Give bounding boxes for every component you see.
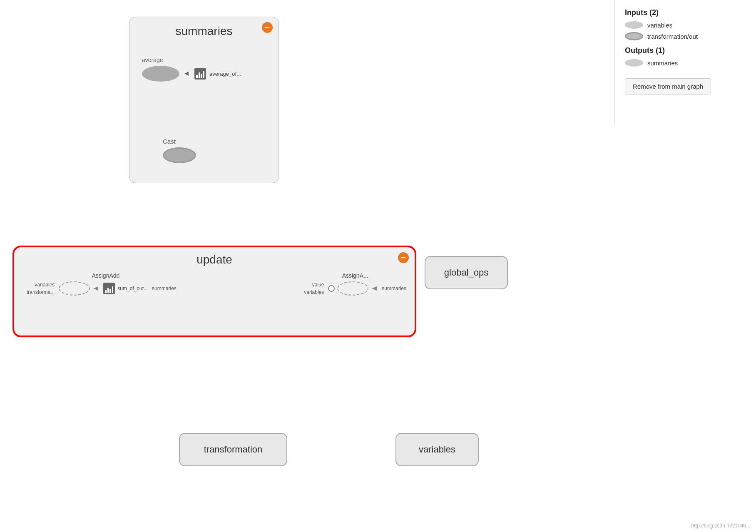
outputs-section: Outputs (1) summaries (625, 46, 746, 67)
output1-item: summaries (625, 59, 746, 67)
variables-input-label: variables (35, 282, 55, 288)
bar-chart-node (194, 68, 206, 80)
variables-node: variables (395, 433, 479, 466)
assign-add-bar-node (103, 283, 115, 294)
input2-oval-icon (625, 32, 643, 40)
update-minus-button[interactable]: − (398, 252, 409, 263)
cast-section: Cast (163, 138, 196, 163)
transforma-input-label: transforma... (27, 289, 55, 295)
input2-item: transformation/out (625, 32, 746, 40)
summaries-inner: average average_of... (138, 57, 270, 82)
summaries-output-label: summaries (152, 286, 177, 291)
remove-from-main-graph-button[interactable]: Remove from main graph (625, 78, 711, 94)
cast-oval (163, 147, 196, 163)
summaries-minus-button[interactable]: − (262, 22, 273, 33)
value-circle-node (328, 285, 335, 292)
cast-label: Cast (163, 138, 196, 145)
summaries-output2-label: summaries (382, 286, 406, 291)
assign-add-arrow-icon (92, 284, 101, 293)
average-oval (142, 66, 179, 82)
svg-marker-11 (372, 286, 377, 291)
watermark: http://blog.csdn.m/21046... (691, 523, 750, 529)
assign-add-dashed-oval (59, 281, 90, 296)
variables-input2-label: variables (304, 289, 324, 295)
sum-of-out-label: sum_of_out... (117, 286, 148, 291)
input1-label: variables (647, 22, 672, 29)
assign-a-arrow-icon (371, 284, 379, 293)
summaries-node: summaries − average average (129, 17, 279, 183)
side-panel: Inputs (2) variables transformation/out … (614, 0, 756, 125)
svg-marker-10 (93, 286, 98, 291)
update-title: update (14, 247, 415, 266)
assign-a-inputs: value variables (304, 282, 324, 295)
outputs-title: Outputs (1) (625, 46, 746, 55)
input2-label: transformation/out (647, 33, 698, 40)
assign-a-section: AssignA... value variables (304, 272, 406, 296)
transformation-node: transformation (179, 433, 287, 466)
inputs-title: Inputs (2) (625, 8, 746, 17)
average-label: average (142, 57, 270, 63)
global-ops-title: global_ops (444, 267, 488, 278)
average-row: average_of... (142, 66, 270, 82)
variables-title: variables (419, 444, 455, 455)
value-input-label: value (312, 282, 324, 288)
global-ops-node: global_ops (425, 256, 508, 289)
summaries-title: summaries (129, 17, 279, 38)
assign-a-dashed-oval (337, 281, 368, 296)
assign-a-row: value variables summaries (304, 281, 406, 296)
average-of-label: average_of... (209, 71, 241, 77)
output1-label: summaries (647, 60, 678, 67)
arrow-icon (183, 70, 191, 78)
assign-add-title: AssignAdd (92, 272, 119, 279)
update-inner: AssignAdd variables transforma... (22, 272, 406, 296)
transformation-title: transformation (204, 444, 263, 455)
assign-add-section: AssignAdd variables transforma... (27, 272, 177, 296)
output1-oval-icon (625, 59, 643, 67)
assign-add-inputs: variables transforma... (27, 282, 55, 295)
assign-add-output: summaries (152, 286, 177, 291)
input1-oval-icon (625, 21, 643, 29)
svg-marker-9 (184, 72, 189, 76)
update-node: update − AssignAdd variables transforma.… (12, 246, 416, 337)
assign-add-row: variables transforma... (27, 281, 177, 296)
assign-a-title: AssignA... (342, 272, 368, 279)
input1-item: variables (625, 21, 746, 29)
